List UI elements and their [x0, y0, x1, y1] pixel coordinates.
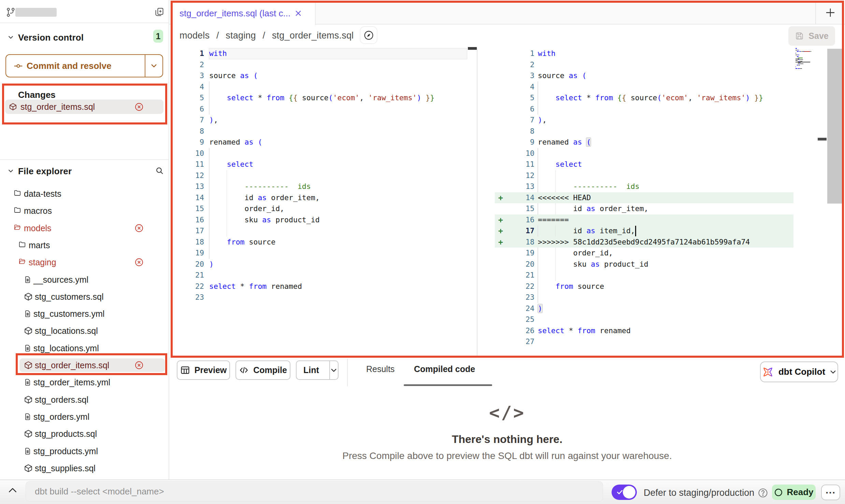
version-control-title[interactable]: Version control: [18, 32, 84, 43]
editor-pane-conflict[interactable]: 1with23source as (45 select * from {{ so…: [477, 48, 793, 356]
search-icon[interactable]: [155, 166, 164, 175]
tree-item-label: stg_locations.yml: [33, 343, 99, 353]
code-line: ---------- ids: [538, 181, 640, 192]
new-tab-button[interactable]: [824, 6, 837, 19]
code-line: id as order_item,: [538, 203, 648, 214]
file-explorer-title[interactable]: File explorer: [18, 166, 72, 177]
tree-item-stg-locations-yml[interactable]: stg_locations.yml: [4, 341, 165, 356]
line-number: 26: [477, 325, 534, 337]
code-line: select: [538, 159, 582, 170]
navigate-compass-button[interactable]: [360, 27, 377, 43]
tree-item-staging[interactable]: staging: [4, 255, 165, 270]
code-line: from source: [209, 237, 275, 248]
dbt-command-input[interactable]: [26, 481, 603, 502]
line-number: 11: [173, 159, 204, 170]
folder-icon: [13, 206, 22, 215]
indent-guide: [209, 92, 210, 104]
indent-guide: [538, 92, 538, 104]
file-explorer-chevron-icon[interactable]: [8, 168, 14, 174]
tree-item-label: stg_products.yml: [33, 446, 98, 456]
preview-button[interactable]: Preview: [177, 360, 230, 380]
line-number: 9: [173, 137, 204, 148]
indent-guide: [538, 181, 538, 192]
chevron-down-icon: [830, 369, 836, 375]
tree-item-data-tests[interactable]: data-tests: [4, 186, 165, 201]
tree-item-stg-products-yml[interactable]: stg_products.yml: [4, 444, 165, 459]
indent-guide: [538, 159, 538, 170]
tree-item-stg-customers-yml[interactable]: stg_customers.yml: [4, 306, 165, 321]
tab-compiled-code[interactable]: Compiled code: [414, 364, 475, 374]
tree-item-stg-orders-sql[interactable]: stg_orders.sql: [4, 392, 165, 407]
chevron-up-icon[interactable]: [8, 487, 17, 493]
indent-guide: [209, 248, 210, 259]
tree-item-stg-products-sql[interactable]: stg_products.sql: [4, 426, 165, 441]
ready-status-badge[interactable]: Ready: [772, 485, 816, 500]
conflict-x-icon[interactable]: [134, 223, 144, 233]
conflict-x-icon[interactable]: [134, 258, 144, 267]
right-scrollbar-track[interactable]: [827, 49, 842, 204]
doc-icon: [24, 412, 33, 421]
tree-item-stg-locations-sql[interactable]: stg_locations.sql: [4, 323, 165, 338]
tree-item-label: marts: [29, 240, 50, 250]
conflict-x-icon[interactable]: [134, 361, 144, 370]
sidebar: Version control 1 Commit and resolve Cha…: [0, 0, 169, 479]
defer-toggle[interactable]: [612, 485, 637, 500]
version-control-chevron-icon[interactable]: [8, 34, 14, 40]
tree-item-stg-supplies-sql[interactable]: stg_supplies.sql: [4, 461, 165, 476]
lint-main[interactable]: Lint: [297, 361, 325, 379]
git-branch-icon: [6, 7, 16, 17]
commit-and-resolve-main[interactable]: Commit and resolve: [6, 55, 145, 77]
compile-button[interactable]: Compile: [235, 360, 290, 380]
ready-label: Ready: [787, 487, 813, 498]
help-icon[interactable]: [758, 488, 768, 498]
cube-icon: [24, 292, 33, 301]
copy-icon[interactable]: [155, 7, 164, 17]
commit-dropdown-button[interactable]: [145, 55, 162, 77]
indent-guide: [538, 148, 538, 159]
compile-label: Compile: [253, 365, 287, 375]
tree-item-models[interactable]: models: [4, 221, 165, 236]
tree-item-label: stg_products.sql: [35, 429, 97, 439]
code-line: sku as product_id: [209, 214, 320, 226]
tree-item-stg-orders-yml[interactable]: stg_orders.yml: [4, 409, 165, 424]
left-scrollbar-mark: [468, 47, 477, 50]
lint-dropdown-button[interactable]: [329, 361, 338, 379]
tab-stg-order-items[interactable]: stg_order_items.sql (last c...: [173, 1, 316, 25]
line-number: 23: [477, 292, 534, 303]
empty-state-subtitle: Press Compile above to preview the SQL d…: [169, 450, 845, 461]
tab-close-icon[interactable]: [295, 10, 302, 17]
line-number: 19: [173, 248, 204, 259]
discard-change-icon[interactable]: [134, 102, 144, 112]
save-button[interactable]: Save: [788, 26, 835, 46]
tree-item-stg-order-items-yml[interactable]: stg_order_items.yml: [4, 375, 165, 390]
line-number: 27: [477, 336, 534, 347]
tree-item-stg-customers-sql[interactable]: stg_customers.sql: [4, 289, 165, 304]
code-line: order_id,: [209, 203, 284, 214]
commit-and-resolve-button[interactable]: Commit and resolve: [5, 54, 163, 77]
line-number: 15: [477, 203, 534, 214]
doc-icon: [24, 344, 33, 353]
line-number: 4: [477, 81, 534, 93]
line-number: 2: [173, 59, 204, 71]
lint-button[interactable]: Lint: [296, 360, 339, 380]
line-number: 23: [173, 292, 204, 303]
indent-guide: [227, 181, 227, 192]
minimap[interactable]: [796, 48, 817, 71]
diff-plus-marker: +: [498, 214, 503, 226]
tree-item-stg-order-items-sql[interactable]: stg_order_items.sql: [19, 358, 165, 372]
more-options-button[interactable]: ...: [821, 485, 840, 500]
indent-guide: [555, 225, 556, 237]
editor-pane-original[interactable]: 1with23source as (45 select * from {{ so…: [173, 48, 477, 356]
line-number: 8: [477, 126, 534, 137]
tree-item--sources-yml[interactable]: __sources.yml: [4, 272, 165, 287]
indent-guide: [209, 81, 210, 93]
tree-item-label: __sources.yml: [33, 275, 88, 284]
version-control-badge: 1: [153, 30, 163, 43]
tree-item-macros[interactable]: macros: [4, 203, 165, 218]
indent-guide: [555, 248, 556, 259]
diff-plus-marker: +: [498, 225, 503, 237]
dbt-copilot-button[interactable]: dbt Copilot: [760, 361, 838, 382]
tree-item-marts[interactable]: marts: [4, 238, 165, 253]
tab-results[interactable]: Results: [366, 364, 395, 374]
changes-item[interactable]: stg_order_items.sql: [5, 100, 163, 114]
